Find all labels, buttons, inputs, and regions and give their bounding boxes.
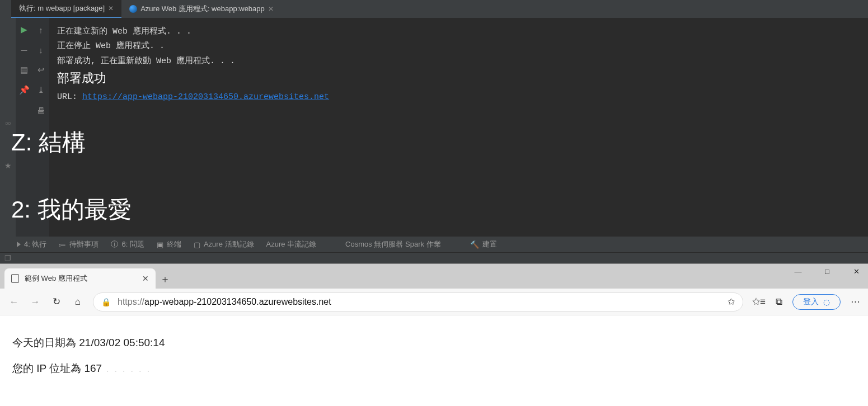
favorites-icon[interactable]: ✩≡ — [752, 296, 766, 308]
hammer-icon: 🔨 — [470, 240, 479, 249]
console-url-line: URL: https://app-webapp-210203134650.azu… — [57, 90, 860, 105]
console-output[interactable]: 正在建立新的 Web 應用程式. . . 正在停止 Web 應用程式. . 部署… — [49, 18, 868, 237]
ide-bottom-toolbar: 4: 執行 ≔待辦事項 ⓘ6: 問題 ▣終端 ▢Azure 活動記錄 Azure… — [0, 237, 868, 252]
toolwindow-todo[interactable]: ≔待辦事項 — [59, 239, 98, 249]
ide-statusbar: ❐ — [0, 252, 868, 263]
list-icon: ≔ — [59, 240, 66, 249]
url-scheme: https:// — [118, 297, 144, 306]
arrow-up-icon[interactable]: ↑ — [36, 25, 46, 35]
run-toolbar-2: ↑ ↓ ↩ ⤓ 🖶 — [32, 18, 49, 237]
toolwindow-run[interactable]: 4: 執行 — [17, 239, 46, 249]
label: 建置 — [482, 239, 497, 249]
ide-tab-azure[interactable]: Azure Web 應用程式: webapp:webapp ✕ — [121, 0, 281, 18]
ide-body: ▫▫ ★ ▶ ─ ▤ 📌 ↑ ↓ ↩ ⤓ 🖶 正在建立新的 Web 應用程式. … — [0, 18, 868, 237]
date-line: 今天的日期為 21/03/02 05:50:14 — [12, 330, 856, 356]
new-tab-button[interactable]: ＋ — [156, 270, 175, 289]
run-toolbar-1: ▶ ─ ▤ 📌 — [16, 18, 32, 237]
ip-line: 您的 IP 位址為 167 . . . . . . — [12, 356, 856, 381]
label: 終端 — [167, 239, 181, 249]
deploy-success: 部署成功 — [57, 69, 860, 91]
lock-icon: 🔒 — [101, 298, 111, 306]
url-label: URL: — [57, 92, 82, 102]
toolwindow-problems[interactable]: ⓘ6: 問題 — [111, 239, 144, 249]
browser-tab-title: 範例 Web 應用程式 — [25, 273, 87, 284]
address-bar[interactable]: 🔒 https://app-webapp-210203134650.azurew… — [93, 292, 743, 311]
toolwindow-azure-stream[interactable]: Azure 串流記錄 — [266, 239, 317, 249]
layout-icon[interactable]: ▤ — [19, 65, 29, 75]
run-icon[interactable]: ▶ — [19, 25, 29, 35]
globe-icon — [129, 5, 137, 13]
console-line: 正在停止 Web 應用程式. . — [57, 39, 860, 54]
print-icon[interactable]: 🖶 — [36, 105, 46, 115]
minimize-button[interactable]: — — [790, 267, 806, 276]
label: Azure 串流記錄 — [266, 239, 317, 249]
signin-button[interactable]: 登入◌ — [792, 294, 841, 310]
toolwindow-cosmos[interactable]: Cosmos 無伺服器 Spark 作業 — [345, 239, 440, 249]
pin-icon[interactable]: 📌 — [19, 85, 29, 95]
azure-icon: ▢ — [194, 240, 200, 249]
label: 待辦事項 — [69, 239, 98, 249]
label: 登入 — [803, 297, 819, 307]
close-button[interactable]: ✕ — [848, 267, 865, 276]
arrow-down-icon[interactable]: ↓ — [36, 45, 46, 55]
home-button[interactable]: ⌂ — [72, 296, 84, 308]
star-icon[interactable]: ★ — [4, 161, 12, 170]
close-icon[interactable]: ✕ — [108, 4, 114, 12]
ip-prefix: 您的 IP 位址為 167 — [12, 362, 102, 374]
browser-tab[interactable]: 範例 Web 應用程式 ✕ — [4, 268, 156, 289]
play-icon — [17, 242, 21, 247]
window-controls: — □ ✕ — [790, 267, 865, 276]
ide-tab-run[interactable]: 執行: m webapp [package] ✕ — [11, 0, 121, 18]
console-line: 部署成功, 正在重新啟動 Web 應用程式. . . — [57, 54, 860, 69]
browser-toolbar: ← → ↻ ⌂ 🔒 https://app-webapp-21020313465… — [0, 289, 868, 315]
document-icon — [11, 274, 19, 283]
browser-tab-strip: 範例 Web 應用程式 ✕ ＋ — □ ✕ — [0, 264, 868, 289]
collections-icon[interactable]: ⧉ — [776, 296, 782, 308]
close-icon[interactable]: ✕ — [142, 274, 149, 283]
forward-button[interactable]: → — [29, 296, 41, 308]
toolwindow-build[interactable]: 🔨建置 — [470, 239, 497, 249]
scroll-end-icon[interactable]: ⤓ — [36, 85, 46, 95]
ide-panel: 執行: m webapp [package] ✕ Azure Web 應用程式:… — [0, 0, 868, 263]
wrap-icon[interactable]: ↩ — [36, 65, 46, 75]
chart-icon[interactable]: ▫▫ — [5, 119, 11, 128]
page-content: 今天的日期為 21/03/02 05:50:14 您的 IP 位址為 167 .… — [0, 315, 868, 395]
divider-icon: ─ — [19, 45, 29, 55]
ide-tab-label: Azure Web 應用程式: webapp:webapp — [140, 4, 265, 14]
info-icon: ⓘ — [111, 239, 118, 249]
profile-icon: ◌ — [823, 298, 830, 306]
browser-window: 範例 Web 應用程式 ✕ ＋ — □ ✕ ← → ↻ ⌂ 🔒 https://… — [0, 263, 868, 406]
back-button[interactable]: ← — [8, 296, 20, 308]
url-host: app-webapp-210203134650.azurewebsites.ne… — [144, 297, 331, 306]
favorite-icon[interactable]: ✩ — [728, 296, 735, 307]
toolwindow-terminal[interactable]: ▣終端 — [157, 239, 181, 249]
url-text: https://app-webapp-210203134650.azureweb… — [118, 297, 331, 307]
label: 6: 問題 — [121, 239, 144, 249]
ip-redacted: . . . . . . — [102, 362, 151, 374]
terminal-icon: ▣ — [157, 240, 163, 249]
toolwindow-azure-activity[interactable]: ▢Azure 活動記錄 — [194, 239, 254, 249]
close-icon[interactable]: ✕ — [268, 5, 274, 13]
console-line: 正在建立新的 Web 應用程式. . . — [57, 25, 860, 39]
refresh-button[interactable]: ↻ — [50, 296, 63, 308]
menu-icon[interactable]: ⋯ — [851, 296, 860, 308]
label: Cosmos 無伺服器 Spark 作業 — [345, 239, 440, 249]
ide-left-gutter: ▫▫ ★ — [0, 18, 16, 237]
ide-tab-strip: 執行: m webapp [package] ✕ Azure Web 應用程式:… — [0, 0, 868, 18]
toolbar-right: ✩≡ ⧉ 登入◌ ⋯ — [752, 294, 860, 310]
label: Azure 活動記錄 — [204, 239, 254, 249]
maximize-button[interactable]: □ — [819, 267, 836, 276]
label: 4: 執行 — [24, 239, 46, 249]
ide-tab-label: 執行: m webapp [package] — [19, 3, 105, 13]
window-icon[interactable]: ❐ — [4, 254, 11, 262]
deploy-url-link[interactable]: https://app-webapp-210203134650.azureweb… — [82, 92, 329, 102]
